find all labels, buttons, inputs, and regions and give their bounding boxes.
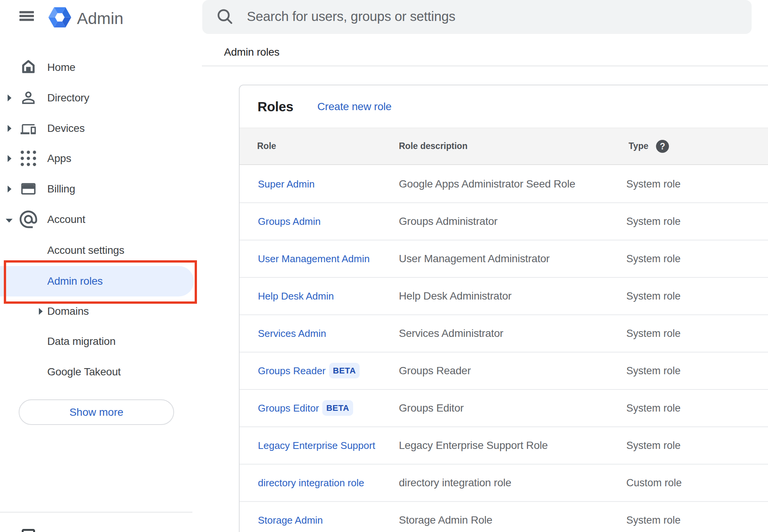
- svg-text:?: ?: [660, 141, 665, 151]
